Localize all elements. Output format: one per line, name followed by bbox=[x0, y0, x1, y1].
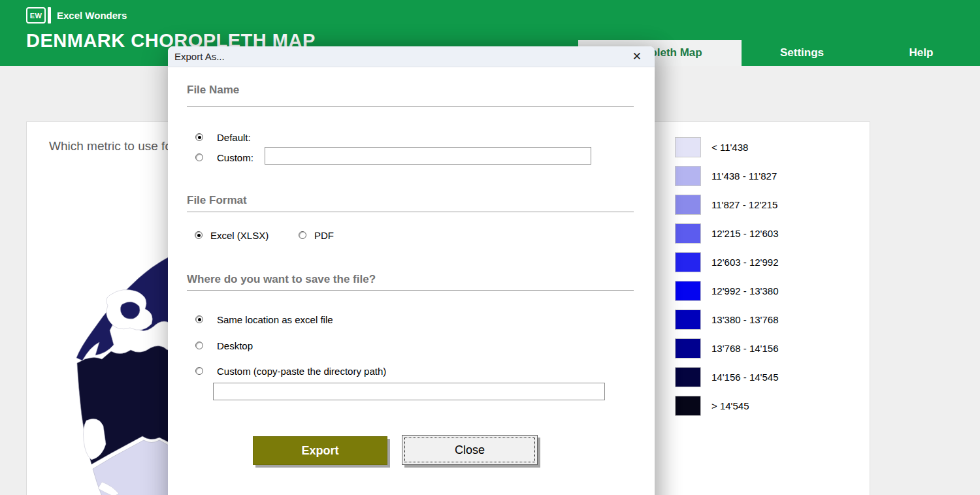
divider bbox=[187, 212, 634, 212]
option-custom-filename[interactable]: Custom: bbox=[195, 151, 253, 164]
legend-label: 12'992 - 13'380 bbox=[711, 285, 778, 296]
tab-settings[interactable]: Settings bbox=[742, 40, 862, 66]
legend-item: 13'768 - 14'156 bbox=[675, 338, 778, 359]
radio-same-location[interactable] bbox=[195, 315, 203, 323]
divider bbox=[187, 106, 634, 107]
option-label[interactable]: Excel (XLSX) bbox=[210, 230, 269, 241]
legend-swatch bbox=[675, 281, 701, 301]
logo-bar-icon bbox=[48, 7, 51, 24]
close-button[interactable]: Close bbox=[402, 435, 538, 465]
legend-swatch bbox=[675, 166, 701, 186]
radio-format-xlsx[interactable] bbox=[195, 231, 203, 239]
legend-item: 13'380 - 13'768 bbox=[675, 310, 778, 330]
file-name-heading: File Name bbox=[187, 84, 239, 97]
legend-swatch bbox=[675, 223, 701, 244]
legend-label: 12'215 - 12'603 bbox=[711, 228, 778, 239]
metric-question-label: Which metric to use fo bbox=[49, 139, 172, 153]
map-legend: < 11'438 11'438 - 11'827 11'827 - 12'215… bbox=[675, 137, 778, 424]
excel-wonders-logo-icon: EW bbox=[26, 7, 46, 24]
option-label[interactable]: Same location as excel file bbox=[217, 314, 333, 325]
option-desktop[interactable]: Desktop bbox=[195, 339, 253, 352]
tab-help[interactable]: Help bbox=[862, 40, 980, 66]
legend-item: 12'992 - 13'380 bbox=[675, 281, 778, 301]
option-label[interactable]: Default: bbox=[217, 132, 251, 143]
legend-item: < 11'438 bbox=[675, 137, 778, 157]
legend-swatch bbox=[675, 367, 701, 387]
option-label[interactable]: PDF bbox=[314, 230, 334, 241]
legend-swatch bbox=[675, 252, 701, 272]
export-dialog-title: Export As... bbox=[174, 51, 225, 62]
export-dialog: Export As... ✕ File Name Default: Custom… bbox=[168, 46, 655, 495]
legend-swatch bbox=[675, 137, 701, 157]
option-custom-path[interactable]: Custom (copy-paste the directory path) bbox=[195, 364, 386, 377]
option-same-location[interactable]: Same location as excel file bbox=[195, 313, 333, 326]
legend-label: 11'827 - 12'215 bbox=[711, 199, 777, 210]
tab-help-label: Help bbox=[909, 46, 934, 59]
option-format-xlsx[interactable]: Excel (XLSX) bbox=[195, 229, 269, 242]
file-format-heading: File Format bbox=[187, 194, 247, 207]
legend-item: > 14'545 bbox=[675, 396, 778, 416]
legend-label: 12'603 - 12'992 bbox=[711, 257, 778, 268]
legend-swatch bbox=[675, 310, 701, 330]
option-format-pdf[interactable]: PDF bbox=[299, 229, 334, 242]
close-icon[interactable]: ✕ bbox=[629, 50, 645, 63]
divider bbox=[187, 290, 634, 291]
option-label[interactable]: Custom (copy-paste the directory path) bbox=[217, 366, 386, 377]
legend-label: 11'438 - 11'827 bbox=[711, 170, 777, 182]
brand: EW Excel Wonders bbox=[26, 7, 127, 24]
export-button[interactable]: Export bbox=[253, 436, 387, 465]
brand-name: Excel Wonders bbox=[57, 10, 127, 21]
legend-item: 11'827 - 12'215 bbox=[675, 195, 778, 215]
option-default-filename[interactable]: Default: bbox=[195, 131, 251, 144]
logo-text: EW bbox=[30, 12, 42, 20]
export-dialog-titlebar[interactable]: Export As... ✕ bbox=[168, 46, 655, 67]
tab-settings-label: Settings bbox=[780, 46, 824, 59]
map-region-fjord-island[interactable] bbox=[120, 302, 140, 319]
radio-format-pdf[interactable] bbox=[299, 231, 306, 239]
radio-custom-path[interactable] bbox=[195, 367, 203, 375]
option-label[interactable]: Desktop bbox=[217, 340, 253, 351]
legend-swatch bbox=[675, 396, 701, 416]
custom-path-input[interactable] bbox=[213, 383, 605, 400]
custom-filename-input[interactable] bbox=[265, 147, 591, 165]
save-location-heading: Where do you want to save the file? bbox=[187, 273, 376, 286]
radio-custom-filename[interactable] bbox=[195, 153, 203, 161]
legend-label: 13'380 - 13'768 bbox=[711, 314, 778, 325]
legend-swatch bbox=[675, 195, 701, 215]
legend-item: 12'215 - 12'603 bbox=[675, 223, 778, 244]
legend-item: 11'438 - 11'827 bbox=[675, 166, 778, 186]
option-label[interactable]: Custom: bbox=[217, 152, 253, 163]
legend-item: 14'156 - 14'545 bbox=[675, 367, 778, 387]
legend-swatch bbox=[675, 338, 701, 359]
legend-label: 13'768 - 14'156 bbox=[711, 343, 778, 354]
radio-default-filename[interactable] bbox=[195, 133, 203, 141]
legend-label: 14'156 - 14'545 bbox=[711, 372, 778, 383]
legend-label: > 14'545 bbox=[711, 400, 749, 411]
legend-item: 12'603 - 12'992 bbox=[675, 252, 778, 272]
radio-desktop[interactable] bbox=[195, 342, 203, 349]
legend-label: < 11'438 bbox=[711, 142, 748, 153]
